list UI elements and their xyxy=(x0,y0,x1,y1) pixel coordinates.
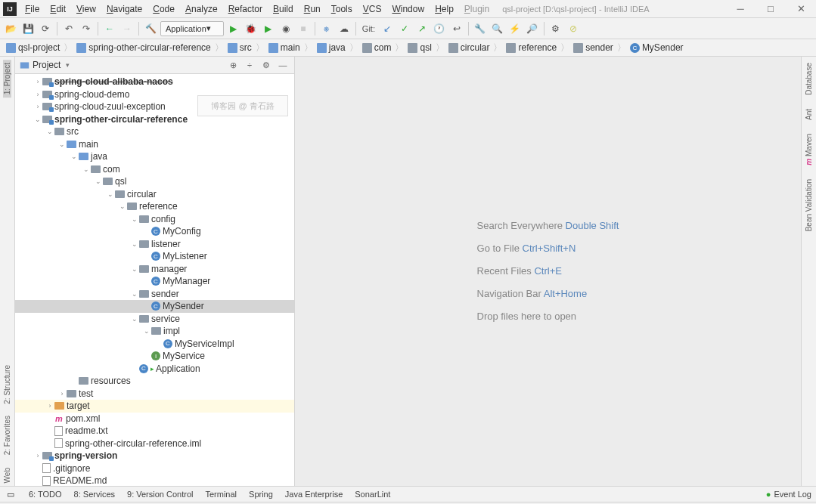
tree-node-mysender[interactable]: CMySender xyxy=(15,300,294,313)
misc-icon-1[interactable]: ⚙ xyxy=(548,21,563,36)
bean-validation-tool-tab[interactable]: Bean Validation xyxy=(805,176,813,234)
breadcrumb-src[interactable]: src xyxy=(226,42,253,53)
open-file-icon[interactable]: 📂 xyxy=(3,21,18,36)
ant-tool-tab[interactable]: Ant xyxy=(805,106,813,123)
breadcrumb-com[interactable]: com xyxy=(361,42,393,53)
tree-node-application[interactable]: C▸Application xyxy=(15,363,294,376)
tree-node-myserviceimpl[interactable]: CMyServiceImpl xyxy=(15,338,294,351)
tree-node-pom-xml[interactable]: mpom.xml xyxy=(15,413,294,425)
breadcrumb-spring-other-circular-reference[interactable]: spring-other-circular-reference xyxy=(75,42,212,53)
menu-window[interactable]: Window xyxy=(386,2,430,16)
tree-node-com[interactable]: ⌄com xyxy=(15,163,294,176)
tree-node-reference[interactable]: ⌄reference xyxy=(15,200,294,213)
collapse-all-icon[interactable]: ÷ xyxy=(243,58,256,72)
tree-node--gitignore[interactable]: .gitignore xyxy=(15,462,294,475)
forward-icon[interactable]: → xyxy=(119,21,135,36)
breadcrumb-reference[interactable]: reference xyxy=(504,42,558,53)
git-pull-icon[interactable]: ↙ xyxy=(380,21,395,36)
tree-arrow-icon[interactable]: ⌄ xyxy=(130,215,139,223)
services-tab[interactable]: 8: Services xyxy=(74,490,115,499)
tree-node-spring-cloud-zuul-exception[interactable]: ›spring-cloud-zuul-exception xyxy=(15,100,294,113)
misc-icon-2[interactable]: ⊘ xyxy=(566,21,581,36)
tree-arrow-icon[interactable]: › xyxy=(45,402,54,410)
tree-arrow-icon[interactable]: ⌄ xyxy=(142,327,151,335)
menu-analyze[interactable]: Analyze xyxy=(180,2,223,16)
tree-node-spring-version[interactable]: ›spring-version xyxy=(15,450,294,462)
menu-navigate[interactable]: Navigate xyxy=(101,2,147,16)
editor-area[interactable]: Search Everywhere Double ShiftGo to File… xyxy=(295,57,801,486)
navigate-from-source-icon[interactable]: ⊕ xyxy=(226,58,240,72)
menu-tools[interactable]: Tools xyxy=(326,2,358,16)
tree-arrow-icon[interactable]: ⌄ xyxy=(106,190,115,198)
menu-run[interactable]: Run xyxy=(299,2,326,16)
tree-arrow-icon[interactable]: ⌄ xyxy=(130,315,139,323)
tree-arrow-icon[interactable]: ⌄ xyxy=(33,116,42,123)
web-tool-tab[interactable]: Web xyxy=(3,465,11,486)
tree-arrow-icon[interactable]: ⌄ xyxy=(82,165,91,173)
breadcrumb-java[interactable]: java xyxy=(315,42,347,53)
menu-help[interactable]: Help xyxy=(430,2,459,16)
breadcrumb-main[interactable]: main xyxy=(267,42,302,53)
structure-tool-tab[interactable]: 2: Structure xyxy=(3,362,11,407)
tree-arrow-icon[interactable]: ⌄ xyxy=(57,141,67,148)
tree-node-spring-other-circular-reference-iml[interactable]: spring-other-circular-reference.iml xyxy=(15,438,294,450)
menu-build[interactable]: Build xyxy=(268,2,299,16)
minimize-button[interactable]: ─ xyxy=(725,0,755,18)
tree-node-myservice[interactable]: IMyService xyxy=(15,350,294,363)
tree-arrow-icon[interactable]: ⌄ xyxy=(45,128,54,135)
tree-arrow-icon[interactable]: ⌄ xyxy=(94,178,103,185)
tree-node-sender[interactable]: ⌄sender xyxy=(15,288,294,301)
back-icon[interactable]: ← xyxy=(102,21,117,36)
kubernetes-icon[interactable]: ⎈ xyxy=(319,21,334,36)
tree-node-main[interactable]: ⌄main xyxy=(15,138,294,151)
favorites-tool-tab[interactable]: 2: Favorites xyxy=(3,413,11,458)
maven-tool-tab[interactable]: m Maven xyxy=(805,131,813,169)
run-config-selector[interactable]: Application ▾ xyxy=(160,21,224,36)
profile-icon[interactable]: ◉ xyxy=(278,21,293,36)
todo-tab[interactable]: 6: TODO xyxy=(29,490,62,499)
menu-view[interactable]: View xyxy=(71,2,101,16)
close-button[interactable]: ✕ xyxy=(786,0,816,18)
tree-node-resources[interactable]: resources xyxy=(15,375,294,388)
settings-gear-icon[interactable]: ⚙ xyxy=(259,58,273,72)
tree-node-listener[interactable]: ⌄listener xyxy=(15,238,294,251)
terminal-tab[interactable]: Terminal xyxy=(205,490,237,499)
tree-node-spring-cloud-alibaba-nacos[interactable]: ›spring-cloud-alibaba-nacos xyxy=(15,76,294,88)
menu-file[interactable]: File xyxy=(20,2,45,16)
menu-vcs[interactable]: VCS xyxy=(358,2,387,16)
tree-arrow-icon[interactable]: › xyxy=(33,91,42,98)
tree-node-impl[interactable]: ⌄impl xyxy=(15,325,294,338)
event-log-tab[interactable]: ● Event Log xyxy=(766,490,811,499)
tree-arrow-icon[interactable]: ⌄ xyxy=(118,203,127,210)
coverage-icon[interactable]: ▶ xyxy=(261,21,276,36)
redo-icon[interactable]: ↷ xyxy=(79,21,94,36)
sonarlint-tab[interactable]: SonarLint xyxy=(355,490,390,499)
build-icon[interactable]: 🔨 xyxy=(143,21,158,36)
tree-arrow-icon[interactable]: › xyxy=(33,452,42,459)
gcloud-icon[interactable]: ☁ xyxy=(337,21,352,36)
tree-arrow-icon[interactable]: ⌄ xyxy=(130,290,139,298)
tree-node-config[interactable]: ⌄config xyxy=(15,213,294,226)
tree-arrow-icon[interactable]: ⌄ xyxy=(130,240,139,248)
debug-icon[interactable]: 🐞 xyxy=(244,21,259,36)
tree-node-java[interactable]: ⌄java xyxy=(15,150,294,163)
breadcrumb-circular[interactable]: circular xyxy=(447,42,492,53)
git-revert-icon[interactable]: ↩ xyxy=(449,21,464,36)
project-view-selector[interactable]: Project xyxy=(20,60,70,70)
tree-arrow-icon[interactable]: ⌄ xyxy=(130,265,139,273)
breadcrumb-qsl[interactable]: qsl xyxy=(406,42,433,53)
menu-edit[interactable]: Edit xyxy=(45,2,71,16)
breadcrumb-sender[interactable]: sender xyxy=(572,42,615,53)
tree-node-readme-txt[interactable]: readme.txt xyxy=(15,425,294,438)
maximize-button[interactable]: □ xyxy=(755,0,786,18)
spring-tab[interactable]: Spring xyxy=(249,490,273,499)
tree-node-myconfig[interactable]: CMyConfig xyxy=(15,225,294,238)
git-commit-icon[interactable]: ✓ xyxy=(397,21,412,36)
tree-node-readme-md[interactable]: README.md xyxy=(15,475,294,486)
tree-node-test[interactable]: ›test xyxy=(15,388,294,400)
tree-arrow-icon[interactable]: › xyxy=(57,390,67,397)
search-icon[interactable]: 🔍 xyxy=(490,21,505,36)
tool-windows-icon[interactable]: ▭ xyxy=(5,490,17,499)
search-everywhere-icon[interactable]: 🔎 xyxy=(525,21,540,36)
tree-arrow-icon[interactable]: › xyxy=(33,103,42,110)
